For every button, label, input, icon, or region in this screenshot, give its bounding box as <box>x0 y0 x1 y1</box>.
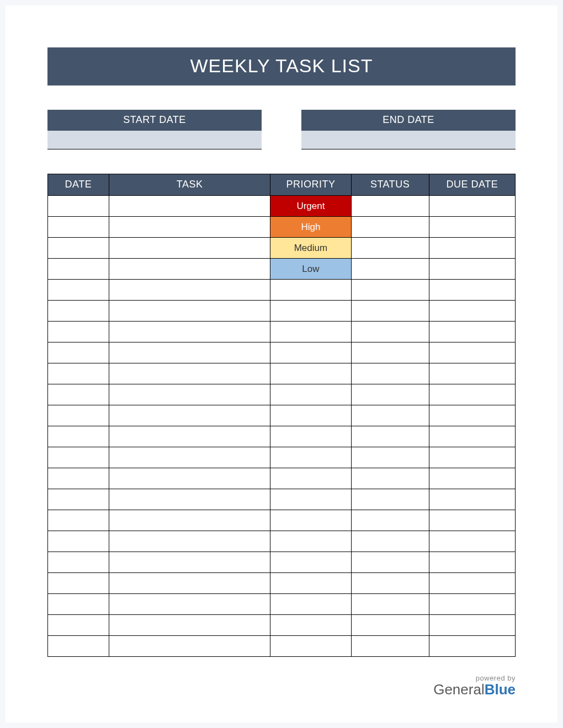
cell-task[interactable] <box>109 447 270 468</box>
cell-status[interactable] <box>351 196 429 217</box>
cell-priority[interactable] <box>270 447 351 468</box>
cell-date[interactable] <box>48 552 109 573</box>
cell-date[interactable] <box>48 259 109 280</box>
cell-task[interactable] <box>109 573 270 594</box>
cell-task[interactable] <box>109 405 270 426</box>
cell-status[interactable] <box>351 363 429 384</box>
cell-status[interactable] <box>351 468 429 489</box>
cell-task[interactable] <box>109 510 270 531</box>
cell-due[interactable] <box>429 573 515 594</box>
cell-date[interactable] <box>48 342 109 363</box>
cell-date[interactable] <box>48 280 109 301</box>
cell-due[interactable] <box>429 405 515 426</box>
cell-date[interactable] <box>48 573 109 594</box>
start-date-input[interactable] <box>47 131 262 149</box>
cell-due[interactable] <box>429 489 515 510</box>
cell-status[interactable] <box>351 280 429 301</box>
cell-due[interactable] <box>429 615 515 636</box>
cell-due[interactable] <box>429 259 515 280</box>
cell-priority[interactable] <box>270 531 351 552</box>
cell-priority[interactable] <box>270 280 351 301</box>
cell-date[interactable] <box>48 301 109 322</box>
cell-status[interactable] <box>351 510 429 531</box>
cell-status[interactable] <box>351 342 429 363</box>
cell-task[interactable] <box>109 636 270 657</box>
cell-due[interactable] <box>429 238 515 259</box>
cell-status[interactable] <box>351 405 429 426</box>
cell-date[interactable] <box>48 594 109 615</box>
cell-status[interactable] <box>351 384 429 405</box>
cell-status[interactable] <box>351 594 429 615</box>
cell-due[interactable] <box>429 384 515 405</box>
cell-date[interactable] <box>48 196 109 217</box>
cell-due[interactable] <box>429 636 515 657</box>
cell-date[interactable] <box>48 510 109 531</box>
cell-due[interactable] <box>429 363 515 384</box>
cell-priority[interactable]: High <box>270 217 351 238</box>
cell-priority[interactable] <box>270 384 351 405</box>
end-date-input[interactable] <box>301 131 516 149</box>
cell-priority[interactable] <box>270 636 351 657</box>
cell-priority[interactable] <box>270 405 351 426</box>
cell-task[interactable] <box>109 615 270 636</box>
cell-task[interactable] <box>109 238 270 259</box>
cell-task[interactable] <box>109 259 270 280</box>
cell-priority[interactable] <box>270 510 351 531</box>
cell-priority[interactable] <box>270 363 351 384</box>
cell-due[interactable] <box>429 322 515 342</box>
cell-due[interactable] <box>429 196 515 217</box>
cell-task[interactable] <box>109 489 270 510</box>
cell-due[interactable] <box>429 426 515 447</box>
cell-priority[interactable] <box>270 322 351 342</box>
cell-priority[interactable] <box>270 573 351 594</box>
cell-date[interactable] <box>48 468 109 489</box>
cell-due[interactable] <box>429 594 515 615</box>
cell-task[interactable] <box>109 280 270 301</box>
cell-due[interactable] <box>429 531 515 552</box>
cell-date[interactable] <box>48 217 109 238</box>
cell-task[interactable] <box>109 531 270 552</box>
cell-status[interactable] <box>351 531 429 552</box>
cell-due[interactable] <box>429 510 515 531</box>
cell-priority[interactable] <box>270 552 351 573</box>
cell-date[interactable] <box>48 426 109 447</box>
cell-status[interactable] <box>351 322 429 342</box>
cell-status[interactable] <box>351 615 429 636</box>
cell-date[interactable] <box>48 405 109 426</box>
cell-due[interactable] <box>429 342 515 363</box>
cell-status[interactable] <box>351 301 429 322</box>
cell-status[interactable] <box>351 259 429 280</box>
cell-status[interactable] <box>351 489 429 510</box>
cell-priority[interactable] <box>270 468 351 489</box>
cell-status[interactable] <box>351 217 429 238</box>
cell-task[interactable] <box>109 301 270 322</box>
cell-date[interactable] <box>48 363 109 384</box>
cell-priority[interactable]: Urgent <box>270 196 351 217</box>
cell-task[interactable] <box>109 322 270 342</box>
cell-priority[interactable] <box>270 342 351 363</box>
cell-date[interactable] <box>48 322 109 342</box>
cell-priority[interactable] <box>270 594 351 615</box>
cell-priority[interactable] <box>270 615 351 636</box>
cell-task[interactable] <box>109 196 270 217</box>
cell-status[interactable] <box>351 636 429 657</box>
cell-task[interactable] <box>109 426 270 447</box>
cell-due[interactable] <box>429 217 515 238</box>
cell-task[interactable] <box>109 342 270 363</box>
cell-due[interactable] <box>429 552 515 573</box>
cell-task[interactable] <box>109 468 270 489</box>
cell-status[interactable] <box>351 573 429 594</box>
cell-date[interactable] <box>48 531 109 552</box>
cell-status[interactable] <box>351 552 429 573</box>
cell-due[interactable] <box>429 301 515 322</box>
cell-due[interactable] <box>429 280 515 301</box>
cell-task[interactable] <box>109 217 270 238</box>
cell-due[interactable] <box>429 468 515 489</box>
cell-priority[interactable] <box>270 489 351 510</box>
cell-task[interactable] <box>109 363 270 384</box>
cell-status[interactable] <box>351 238 429 259</box>
cell-task[interactable] <box>109 384 270 405</box>
cell-priority[interactable]: Medium <box>270 238 351 259</box>
cell-task[interactable] <box>109 552 270 573</box>
cell-date[interactable] <box>48 489 109 510</box>
